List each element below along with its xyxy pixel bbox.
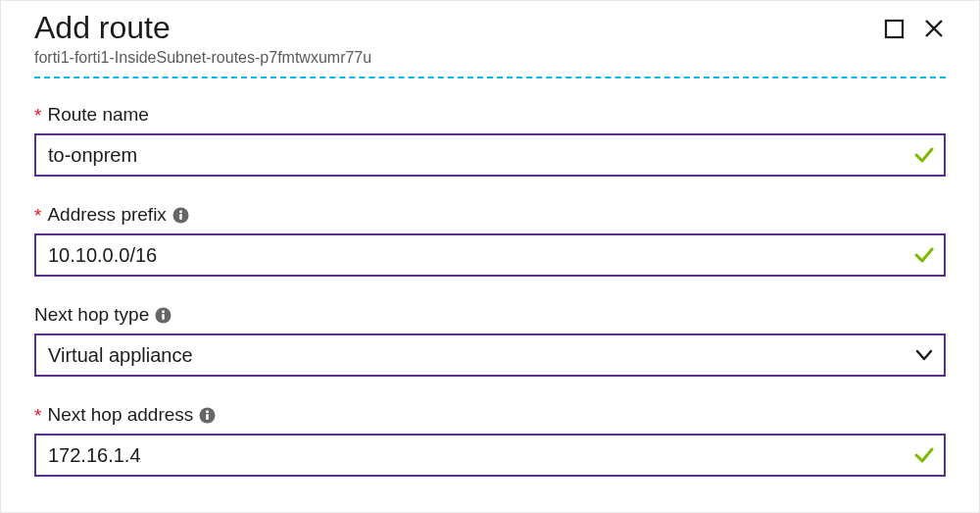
next-hop-address-input[interactable] — [34, 434, 946, 477]
required-star: * — [34, 206, 41, 225]
svg-point-4 — [179, 210, 182, 213]
next-hop-type-label: Next hop type — [34, 304, 149, 326]
svg-rect-11 — [207, 414, 210, 420]
next-hop-type-input-wrap: Virtual appliance — [34, 333, 946, 377]
required-star: * — [34, 106, 41, 125]
next-hop-type-group: Next hop type Virtual appliance — [34, 304, 946, 377]
blade-title: Add route — [34, 11, 868, 45]
next-hop-address-input-wrap — [34, 434, 946, 477]
header-divider — [34, 77, 946, 78]
info-icon[interactable] — [199, 407, 216, 424]
address-prefix-input[interactable] — [34, 233, 946, 277]
next-hop-type-select[interactable]: Virtual appliance — [34, 333, 946, 377]
address-prefix-label: Address prefix — [47, 204, 166, 226]
route-name-group: * Route name — [34, 104, 946, 177]
route-name-label: Route name — [47, 104, 149, 126]
title-block: Add route forti1-forti1-InsideSubnet-rou… — [34, 11, 868, 67]
required-star: * — [34, 406, 41, 425]
svg-rect-0 — [886, 21, 903, 37]
route-name-input-wrap — [34, 133, 946, 177]
window-controls — [884, 17, 946, 44]
address-prefix-label-row: * Address prefix — [34, 204, 946, 226]
info-icon[interactable] — [155, 307, 172, 324]
next-hop-type-label-row: Next hop type — [34, 304, 946, 326]
svg-rect-8 — [162, 314, 165, 320]
blade-header: Add route forti1-forti1-InsideSubnet-rou… — [34, 11, 946, 67]
route-name-label-row: * Route name — [34, 104, 946, 126]
address-prefix-group: * Address prefix — [34, 204, 946, 277]
next-hop-address-group: * Next hop address — [34, 404, 946, 477]
svg-point-7 — [162, 310, 165, 313]
maximize-icon[interactable] — [884, 19, 905, 43]
route-name-input[interactable] — [34, 133, 946, 177]
svg-point-10 — [206, 410, 209, 413]
next-hop-address-label-row: * Next hop address — [34, 404, 946, 426]
close-icon[interactable] — [922, 17, 946, 44]
add-route-blade: Add route forti1-forti1-InsideSubnet-rou… — [1, 1, 979, 496]
address-prefix-input-wrap — [34, 233, 946, 277]
svg-rect-5 — [179, 214, 182, 220]
info-icon[interactable] — [172, 207, 189, 224]
next-hop-address-label: Next hop address — [47, 404, 193, 426]
blade-subtitle: forti1-forti1-InsideSubnet-routes-p7fmtw… — [34, 49, 868, 67]
